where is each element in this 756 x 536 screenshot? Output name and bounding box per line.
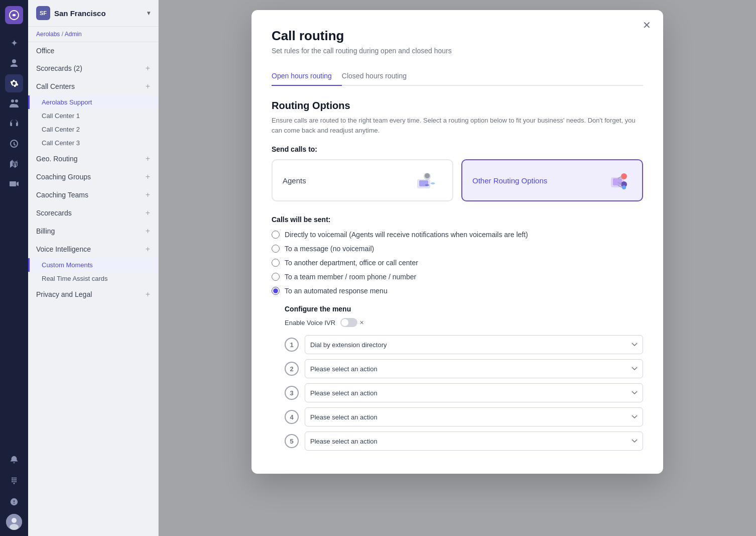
user-icon[interactable] — [5, 54, 23, 72]
dialpad-icon[interactable] — [5, 472, 23, 490]
breadcrumb-aerolabs[interactable]: Aerolabs — [36, 31, 60, 38]
settings-icon[interactable] — [5, 74, 23, 92]
routing-options-desc: Ensure calls are routed to the right tea… — [272, 116, 643, 135]
sidebar-item-office[interactable]: Office — [28, 42, 158, 59]
billing-plus-icon[interactable]: + — [146, 227, 150, 236]
avatar[interactable] — [6, 514, 22, 530]
help-icon[interactable] — [5, 493, 23, 511]
radio-department[interactable]: To another department, office or call ce… — [272, 259, 643, 267]
headset-icon[interactable] — [5, 115, 23, 133]
sidebar-item-voice-intelligence[interactable]: Voice Intelligence + — [28, 240, 158, 258]
svg-point-13 — [10, 524, 19, 530]
radio-message[interactable]: To a message (no voicemail) — [272, 245, 643, 253]
svg-point-4 — [12, 479, 13, 481]
tab-closed-hours[interactable]: Closed hours routing — [342, 67, 417, 86]
toggle-x-button[interactable]: ✕ — [359, 319, 364, 326]
scorecards-plus-icon[interactable]: + — [146, 64, 150, 73]
svg-rect-18 — [425, 184, 429, 186]
svg-point-9 — [15, 481, 17, 482]
modal: ✕ Call routing Set rules for the call ro… — [251, 10, 663, 474]
privacy-plus-icon[interactable]: + — [146, 290, 150, 299]
sidebar-item-coaching-teams[interactable]: Caoching Teams + — [28, 186, 158, 204]
svg-point-23 — [622, 185, 626, 189]
sidebar-sub-call-center-3[interactable]: Call Center 3 — [28, 136, 158, 150]
menu-select-4[interactable]: Please select an action — [305, 407, 643, 426]
main-content: ✕ Call routing Set rules for the call ro… — [159, 0, 756, 536]
other-routing-card-label: Other Routing Options — [472, 176, 547, 185]
sparkles-icon[interactable]: ✦ — [5, 34, 23, 52]
sidebar: SF San Francisco ▾ Aerolabs / Admin Offi… — [28, 0, 159, 536]
voice-ivr-toggle[interactable] — [340, 318, 357, 327]
sidebar-item-geo-routing[interactable]: Geo. Routing + — [28, 150, 158, 168]
radio-voicemail[interactable]: Directly to voicemail (Agents will recei… — [272, 231, 643, 239]
coaching-teams-plus-icon[interactable]: + — [146, 190, 150, 199]
radio-team-member-label: To a team member / room phone / number — [285, 273, 416, 281]
history-icon[interactable] — [5, 135, 23, 153]
sidebar-sub-aerolabs-support[interactable]: Aerolabs Support — [28, 95, 158, 109]
nav-bar: ✦ — [0, 0, 28, 536]
call-centers-plus-icon[interactable]: + — [146, 82, 150, 91]
chart-icon[interactable] — [5, 155, 23, 173]
radio-message-label: To a message (no voicemail) — [285, 245, 374, 253]
org-badge: SF — [36, 6, 50, 20]
scorecards-plus-icon2[interactable]: + — [146, 208, 150, 218]
menu-number-5: 5 — [285, 434, 299, 448]
agents-card-label: Agents — [283, 176, 306, 185]
close-button[interactable]: ✕ — [643, 20, 651, 30]
sidebar-sub-real-time-assist[interactable]: Real Time Assist cards — [28, 272, 158, 285]
send-calls-label: Send calls to: — [272, 145, 643, 153]
svg-point-3 — [15, 477, 17, 479]
svg-point-6 — [15, 479, 17, 481]
logo[interactable] — [5, 6, 23, 24]
voice-intelligence-plus-icon[interactable]: + — [146, 245, 150, 254]
sidebar-item-scorecards2[interactable]: Scorecards (2) + — [28, 59, 158, 77]
svg-rect-20 — [613, 178, 622, 185]
menu-number-2: 2 — [285, 362, 299, 376]
enable-ivr-label: Enable Voice IVR — [285, 319, 335, 327]
sidebar-sub-custom-moments[interactable]: Custom Moments — [28, 258, 158, 272]
menu-row-1: 1 Dial by extension directory — [285, 335, 643, 354]
bell-icon[interactable] — [5, 451, 23, 469]
agents-routing-card[interactable]: Agents — [272, 159, 453, 201]
team-icon[interactable] — [5, 94, 23, 113]
tab-open-hours[interactable]: Open hours routing — [272, 67, 342, 86]
coaching-groups-plus-icon[interactable]: + — [146, 172, 150, 181]
menu-row-4: 4 Please select an action — [285, 407, 643, 426]
other-routing-card[interactable]: Other Routing Options — [461, 159, 643, 201]
modal-tabs: Open hours routing Closed hours routing — [272, 67, 643, 86]
modal-overlay[interactable]: ✕ Call routing Set rules for the call ro… — [159, 0, 756, 536]
radio-team-member[interactable]: To a team member / room phone / number — [272, 273, 643, 281]
radio-group: Directly to voicemail (Agents will recei… — [272, 231, 643, 295]
svg-point-10 — [14, 483, 15, 484]
svg-point-7 — [12, 481, 13, 482]
menu-select-2[interactable]: Please select an action — [305, 359, 643, 378]
sidebar-item-scorecards[interactable]: Scorecards + — [28, 204, 158, 222]
routing-options-title: Routing Options — [272, 100, 643, 112]
sidebar-item-call-centers[interactable]: Call Centers + — [28, 77, 158, 95]
svg-point-1 — [12, 477, 13, 479]
sidebar-header[interactable]: SF San Francisco ▾ — [28, 0, 158, 27]
svg-point-8 — [14, 481, 15, 482]
video-icon[interactable] — [5, 175, 23, 193]
toggle-container[interactable]: ✕ — [340, 318, 364, 327]
svg-point-12 — [12, 518, 17, 523]
org-name: San Francisco — [54, 9, 143, 18]
sidebar-sub-call-center-2[interactable]: Call Center 2 — [28, 123, 158, 136]
menu-select-5[interactable]: Please select an action — [305, 432, 643, 451]
menu-select-1[interactable]: Dial by extension directory — [305, 335, 643, 354]
radio-voicemail-label: Directly to voicemail (Agents will recei… — [285, 231, 528, 239]
menu-select-3[interactable]: Please select an action — [305, 383, 643, 402]
breadcrumb-admin[interactable]: Admin — [65, 31, 82, 38]
sidebar-item-privacy-legal[interactable]: Privacy and Legal + — [28, 285, 158, 303]
menu-row-5: 5 Please select an action — [285, 432, 643, 451]
modal-title: Call routing — [272, 28, 643, 44]
geo-routing-plus-icon[interactable]: + — [146, 154, 150, 163]
sidebar-item-coaching-groups[interactable]: Coaching Groups + — [28, 168, 158, 186]
org-chevron-icon[interactable]: ▾ — [147, 10, 150, 17]
radio-automated[interactable]: To an automated response menu — [272, 287, 643, 295]
menu-row-3: 3 Please select an action — [285, 383, 643, 402]
sidebar-item-billing[interactable]: Billing + — [28, 222, 158, 240]
sidebar-sub-call-center-1[interactable]: Call Center 1 — [28, 109, 158, 123]
routing-cards: Agents Other Routing Opti — [272, 159, 643, 201]
svg-point-17 — [425, 173, 430, 178]
